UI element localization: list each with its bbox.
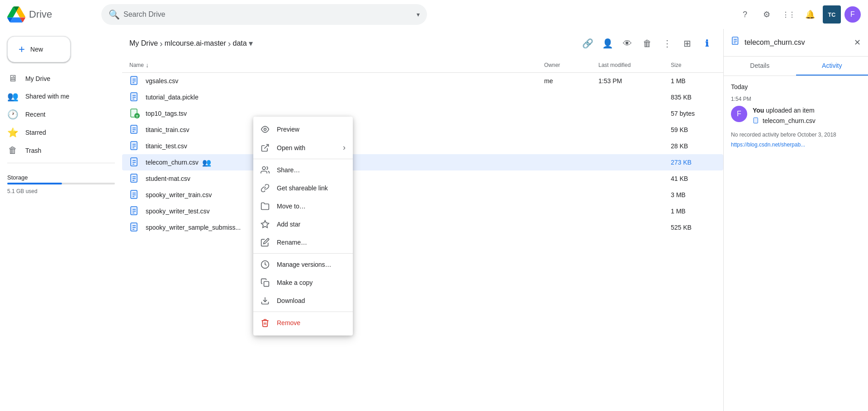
menu-item-remove[interactable]: Remove: [253, 314, 353, 332]
menu-label-add-star: Add star: [277, 221, 346, 228]
search-input[interactable]: [123, 10, 413, 19]
help-button[interactable]: ?: [736, 5, 754, 24]
table-row[interactable]: T top10_tags.tsv 57 bytes: [122, 105, 723, 122]
new-button[interactable]: + New: [7, 36, 71, 62]
search-icon: 🔍: [109, 9, 120, 20]
svg-text:TC: TC: [828, 12, 836, 18]
menu-label-preview: Preview: [277, 126, 346, 133]
preview-icon: [261, 125, 270, 134]
sidebar-item-label: Shared with me: [25, 93, 69, 100]
table-row[interactable]: telecom_churn.csv 👥 273 KB: [122, 154, 723, 170]
share-button[interactable]: 👤: [598, 34, 617, 52]
telecom-filename: telecom_churn.csv: [146, 159, 199, 166]
breadcrumb-dropdown-icon[interactable]: ▾: [249, 38, 253, 48]
bell-icon: 🔔: [805, 9, 815, 19]
manage-versions-icon: [261, 260, 270, 269]
menu-item-make-copy[interactable]: Make a copy: [253, 274, 353, 292]
file-size: 41 KB: [671, 175, 716, 182]
share-people-icon: [261, 165, 270, 175]
table-row[interactable]: student-mat.csv 41 KB: [122, 170, 723, 187]
new-plus-icon: +: [19, 44, 25, 55]
menu-item-move-to[interactable]: Move to…: [253, 197, 353, 215]
file-list: vgsales.csv me 1:53 PM 1 MB tutorial_dat…: [122, 73, 723, 411]
menu-item-share[interactable]: Share…: [253, 161, 353, 179]
sidebar-item-starred[interactable]: ⭐ Starred: [0, 123, 115, 142]
menu-item-get-link[interactable]: Get shareable link: [253, 179, 353, 197]
svg-point-46: [264, 128, 266, 131]
preview-button[interactable]: 👁: [618, 34, 636, 52]
menu-item-rename[interactable]: Rename…: [253, 233, 353, 251]
storage-bar-fill: [7, 183, 62, 184]
info-icon: ℹ: [705, 38, 709, 49]
panel-content: Today 1:54 PM F You uploaded an item tel…: [724, 76, 868, 411]
search-bar[interactable]: 🔍 ▾: [101, 4, 427, 25]
menu-item-add-star[interactable]: Add star: [253, 215, 353, 233]
column-name-label: Name: [129, 62, 144, 68]
delete-button[interactable]: 🗑: [638, 34, 656, 52]
notifications-button[interactable]: 🔔: [801, 5, 819, 24]
storage-bar: [7, 183, 115, 184]
my-drive-icon: 🖥: [7, 73, 18, 84]
breadcrumb-my-drive[interactable]: My Drive: [129, 39, 158, 47]
main-layout: + New 🖥 My Drive 👥 Shared with me 🕐 Rece…: [0, 29, 868, 411]
tab-activity[interactable]: Activity: [796, 57, 868, 76]
menu-label-get-link: Get shareable link: [277, 184, 346, 192]
svg-rect-2: [131, 76, 137, 85]
table-row[interactable]: spooky_writer_sample_submiss... 525 KB: [122, 219, 723, 236]
delete-icon: 🗑: [643, 38, 652, 49]
menu-divider: [253, 253, 353, 254]
table-row[interactable]: spooky_writer_train.csv 3 MB: [122, 187, 723, 203]
column-modified-label: Last modified: [598, 62, 631, 68]
table-row[interactable]: titanic_test.csv 28 KB: [122, 138, 723, 154]
svg-point-48: [262, 167, 266, 170]
breadcrumb-current-label: data: [232, 39, 247, 47]
new-button-label: New: [30, 46, 43, 53]
panel-close-button[interactable]: ✕: [854, 38, 861, 47]
menu-item-open-with[interactable]: Open with ›: [253, 138, 353, 157]
apps-button[interactable]: ⋮⋮: [779, 5, 797, 24]
sidebar-item-label: Starred: [25, 129, 46, 136]
breadcrumb: My Drive › mlcourse.ai-master › data ▾ 🔗…: [122, 29, 723, 58]
menu-label-open-with: Open with: [277, 144, 336, 151]
activity-note: No recorded activity before October 3, 2…: [731, 132, 861, 138]
sidebar-item-my-drive[interactable]: 🖥 My Drive: [0, 70, 115, 87]
column-size-label: Size: [671, 62, 681, 68]
column-modified[interactable]: Last modified: [598, 62, 671, 68]
svg-marker-49: [261, 221, 269, 228]
table-row[interactable]: titanic_train.csv 59 KB: [122, 122, 723, 138]
column-name[interactable]: Name ↓: [129, 61, 544, 69]
breadcrumb-folder1[interactable]: mlcourse.ai-master: [165, 39, 226, 47]
grid-view-button[interactable]: ⊞: [678, 34, 696, 52]
breadcrumb-sep-1: ›: [160, 38, 163, 49]
sidebar-item-shared-with-me[interactable]: 👥 Shared with me: [0, 87, 115, 105]
tab-details[interactable]: Details: [724, 57, 796, 76]
svg-line-47: [264, 144, 268, 148]
menu-item-manage-versions[interactable]: Manage versions…: [253, 255, 353, 274]
column-owner[interactable]: Owner: [544, 62, 598, 68]
more-options-button[interactable]: ⋮: [658, 34, 676, 52]
file-owner: me: [544, 77, 598, 85]
svg-text:T: T: [136, 114, 138, 118]
user-avatar[interactable]: F: [844, 6, 861, 23]
menu-item-preview[interactable]: Preview: [253, 120, 353, 138]
share-link-button[interactable]: 🔗: [579, 34, 597, 52]
table-row[interactable]: spooky_writer_test.csv 1 MB: [122, 203, 723, 219]
menu-item-download[interactable]: Download: [253, 292, 353, 310]
drive-logo-icon: [7, 5, 25, 24]
topbar: Drive 🔍 ▾ ? ⚙ ⋮⋮ 🔔 TC F: [0, 0, 868, 29]
column-size[interactable]: Size: [671, 62, 716, 68]
file-modified: 1:53 PM: [598, 77, 671, 85]
org-logo[interactable]: TC: [823, 5, 841, 24]
search-expand-icon[interactable]: ▾: [417, 11, 420, 18]
sidebar-item-trash[interactable]: 🗑 Trash: [0, 142, 115, 159]
sidebar-item-recent[interactable]: 🕐 Recent: [0, 105, 115, 123]
menu-label-make-copy: Make a copy: [277, 279, 346, 286]
table-row[interactable]: tutorial_data.pickle 835 KB: [122, 89, 723, 105]
info-button[interactable]: ℹ: [698, 34, 716, 52]
starred-icon: ⭐: [7, 127, 18, 138]
menu-label-download: Download: [277, 297, 346, 304]
settings-button[interactable]: ⚙: [758, 5, 776, 24]
panel-link[interactable]: https://blog.csdn.net/sherpab...: [731, 142, 861, 148]
table-row[interactable]: vgsales.csv me 1:53 PM 1 MB: [122, 73, 723, 89]
file-size: 273 KB: [671, 159, 716, 166]
